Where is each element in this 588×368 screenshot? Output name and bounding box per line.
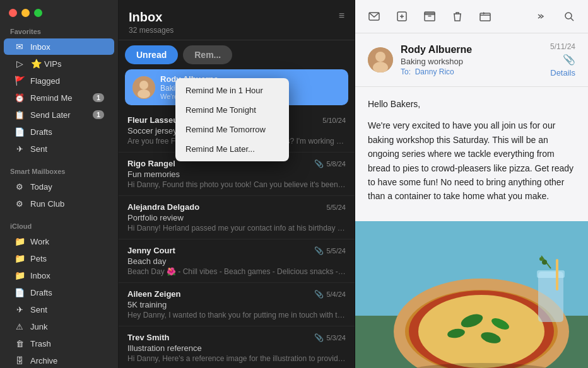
sidebar-item-label: Drafts [30, 127, 104, 137]
svg-point-31 [539, 257, 543, 261]
sidebar-item-pets[interactable]: 📁 Pets [4, 250, 114, 267]
remind-tonight[interactable]: Remind Me Tonight [175, 100, 289, 120]
junk-icon: ⚠ [14, 321, 25, 332]
remind-later[interactable]: Remind Me Later... [175, 139, 289, 159]
sent-icon: ✈ [14, 304, 25, 315]
sidebar-item-label: Flagged [30, 76, 104, 86]
email-item-alejandra[interactable]: Alejandra Delgado 5/5/24 Portfolio revie… [119, 196, 355, 239]
email-sender: Aileen Zeigen [127, 289, 181, 299]
svg-point-11 [565, 13, 572, 19]
filter-tabs: Unread Rem... Remind Me in 1 Hour Remind… [119, 40, 355, 69]
delete-icon[interactable] [449, 8, 466, 25]
email-preview: Hi Danny, Found this photo you took! Can… [127, 180, 346, 189]
folder-icon: 📁 [14, 236, 25, 247]
icloud-label: iCloud [0, 217, 118, 233]
email-subject: Fun memories [127, 170, 346, 179]
detail-avatar [368, 47, 393, 72]
sidebar-item-drafts[interactable]: 📄 Drafts [4, 124, 114, 140]
folder-icon: 📁 [14, 270, 25, 281]
sidebar-item-label: Work [30, 237, 104, 246]
email-item-aileen[interactable]: Aileen Zeigen 📎 5/4/24 5K training Hey D… [119, 283, 355, 326]
tab-reminders[interactable]: Rem... [183, 45, 232, 64]
email-item-trev[interactable]: Trev Smith 📎 5/3/24 Illustration referen… [119, 326, 355, 368]
archive-icon[interactable] [421, 8, 438, 25]
sidebar-item-flagged[interactable]: 🚩 Flagged [4, 72, 114, 89]
svg-rect-28 [556, 259, 558, 290]
sidebar-item-work[interactable]: 📁 Work [4, 233, 114, 250]
attachment-icon: 📎 [314, 290, 324, 299]
smart-mailboxes-label: Smart Mailboxes [0, 163, 118, 178]
remind-me-dropdown: Remind Me in 1 Hour Remind Me Tonight Re… [175, 78, 289, 161]
sidebar-item-today[interactable]: ⚙ Today [4, 178, 114, 195]
sidebar-item-label: Run Club [30, 199, 104, 209]
sidebar-item-label: Send Later [30, 110, 93, 120]
email-image [355, 221, 588, 368]
sidebar-item-label: Inbox [30, 42, 104, 52]
attachment-indicator: 📎 [563, 54, 575, 66]
svg-point-1 [139, 81, 148, 89]
send-later-badge: 1 [93, 110, 104, 119]
favorites-section-label: Favorites [0, 23, 118, 38]
drafts-icon: 📄 [14, 287, 25, 298]
detail-subject: Baking workshop [401, 57, 543, 66]
email-greeting: Hello Bakers, [368, 97, 575, 111]
sidebar-item-vips[interactable]: ▷ ⭐ VIPs [4, 55, 114, 72]
sidebar-item-sent[interactable]: ✈ Sent [4, 141, 114, 157]
minimize-button[interactable] [21, 9, 30, 17]
flag-icon: 🚩 [14, 75, 25, 86]
attachment-icon: 📎 [314, 246, 324, 255]
sidebar-item-trash[interactable]: 🗑 Trash [4, 335, 114, 352]
email-subject: 5K training [127, 300, 346, 309]
email-sender: Trev Smith [127, 333, 169, 342]
sidebar-item-send-later[interactable]: 📋 Send Later 1 [4, 106, 114, 123]
sidebar-item-label: Drafts [30, 288, 104, 297]
sidebar-item-junk[interactable]: ⚠ Junk [4, 318, 114, 335]
sidebar-item-label: VIPs [44, 59, 104, 69]
sidebar-item-label: Remind Me [30, 93, 93, 103]
email-preview: Beach Day 🌺 - Chill vibes - Beach games … [127, 267, 346, 276]
tab-unread[interactable]: Unread [125, 45, 178, 64]
remind-icon: ⏰ [14, 92, 25, 103]
svg-rect-27 [537, 270, 565, 278]
sidebar-item-label: Pets [30, 254, 104, 263]
sidebar-item-run-club[interactable]: ⚙ Run Club [4, 195, 114, 212]
remind-tomorrow[interactable]: Remind Me Tomorrow [175, 120, 289, 139]
svg-point-14 [375, 52, 385, 62]
reply-icon[interactable] [365, 8, 383, 25]
sidebar-item-icloud-drafts[interactable]: 📄 Drafts [4, 284, 114, 301]
email-sender: Alejandra Delgado [127, 202, 199, 212]
svg-point-20 [418, 295, 544, 368]
sidebar-item-remind-me[interactable]: ⏰ Remind Me 1 [4, 89, 114, 106]
sidebar-item-label: Junk [30, 322, 104, 331]
more-icon[interactable] [532, 8, 550, 25]
svg-rect-10 [480, 13, 490, 21]
svg-point-30 [542, 260, 547, 265]
close-button[interactable] [9, 9, 17, 17]
compose-icon[interactable] [393, 8, 411, 25]
sidebar-item-inbox[interactable]: ✉ Inbox [4, 38, 114, 55]
email-date: 5/10/24 [322, 117, 346, 124]
email-date: 5/3/24 [326, 334, 346, 342]
detail-toolbar [355, 0, 588, 33]
sent-icon: ✈ [14, 143, 25, 154]
detail-sender-info: Rody Albuerne Baking workshop To: Danny … [401, 44, 543, 76]
email-date: 5/4/24 [326, 290, 346, 298]
search-icon[interactable] [560, 8, 578, 25]
email-item-jenny[interactable]: Jenny Court 📎 5/5/24 Beach day Beach Day… [119, 239, 355, 283]
email-date: 5/5/24 [326, 204, 346, 211]
remind-1-hour[interactable]: Remind Me in 1 Hour [175, 81, 289, 100]
sidebar-item-icloud-sent[interactable]: ✈ Sent [4, 301, 114, 318]
email-subject: Illustration reference [127, 343, 346, 353]
star-icon: ⭐ [30, 58, 42, 69]
inbox-icon: ✉ [14, 41, 25, 52]
detail-body: Hello Bakers, We're very excited to have… [355, 87, 588, 221]
email-body-text: We're very excited to have you all join … [368, 118, 575, 203]
move-icon[interactable] [476, 8, 494, 25]
email-subject: Beach day [127, 256, 346, 266]
sidebar-item-icloud-inbox[interactable]: 📁 Inbox [4, 267, 114, 284]
detail-sender-name: Rody Albuerne [401, 44, 543, 55]
details-button[interactable]: Details [550, 68, 575, 78]
filter-icon[interactable]: ≡ [339, 10, 344, 21]
sidebar-item-archive[interactable]: 🗄 Archive [4, 352, 114, 368]
maximize-button[interactable] [34, 9, 42, 17]
